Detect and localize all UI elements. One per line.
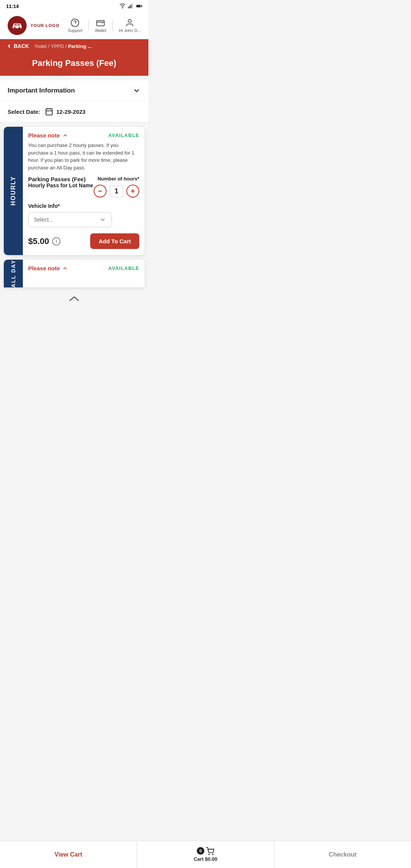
header-divider <box>88 20 89 31</box>
pass-name: Parking Passes (Fee) Hourly Pass for Lot… <box>28 176 94 188</box>
signal-icon <box>128 3 134 9</box>
svg-rect-6 <box>142 6 142 7</box>
support-button[interactable]: Support <box>68 18 83 33</box>
allday-pass-card: All Day Please note AVAILABLE <box>4 260 145 287</box>
select-date-area: Select Date: 12-29-2023 <box>0 101 148 122</box>
back-label: BACK <box>14 43 29 49</box>
wallet-icon <box>96 18 105 27</box>
hours-stepper: − 1 + <box>94 185 139 198</box>
svg-point-15 <box>128 19 131 22</box>
please-note-text: Please note <box>28 132 68 139</box>
breadcrumb-yodel[interactable]: Yodel <box>34 43 46 49</box>
card-type-label-allday: All Day <box>10 260 16 287</box>
bottom-bar-spacer <box>0 306 148 337</box>
view-cart-button[interactable]: View Cart <box>0 841 137 868</box>
cards-area: Hourly Please note AVAILABLE You can pur… <box>0 122 148 292</box>
increase-hours-button[interactable]: + <box>126 185 139 198</box>
svg-rect-2 <box>129 6 130 8</box>
logo-text: YOUR LOGO <box>30 23 59 28</box>
add-to-cart-button[interactable]: Add To Cart <box>90 233 139 249</box>
vehicle-select-placeholder: Select... <box>34 217 53 223</box>
please-note-text-allday: Please note <box>28 265 68 271</box>
car-logo-svg <box>10 18 25 33</box>
price-area: $5.00 i <box>28 236 61 246</box>
vehicle-info-label: Vehicle Info* <box>28 203 139 209</box>
support-label: Support <box>68 28 83 33</box>
status-time: 11:14 <box>6 3 19 9</box>
chevron-up-icon-allday <box>62 265 68 271</box>
svg-rect-16 <box>46 109 53 115</box>
svg-rect-9 <box>14 27 16 28</box>
svg-rect-4 <box>132 3 133 8</box>
svg-rect-10 <box>19 27 21 28</box>
wifi-icon <box>119 3 126 9</box>
availability-badge: AVAILABLE <box>108 132 139 138</box>
wallet-label: Wallet <box>95 28 106 33</box>
pass-price: $5.00 <box>28 236 49 246</box>
please-note-toggle-allday[interactable]: Please note AVAILABLE <box>28 265 139 271</box>
hours-value: 1 <box>110 185 123 197</box>
collapse-arrow[interactable] <box>0 292 148 306</box>
logo-area: YOUR LOGO <box>8 16 59 35</box>
svg-rect-3 <box>131 5 131 8</box>
hourly-pass-card: Hourly Please note AVAILABLE You can pur… <box>4 127 145 255</box>
calendar-icon <box>45 107 53 116</box>
question-circle-icon <box>70 18 80 27</box>
app-header: YOUR LOGO Support Wallet Hi John D... <box>0 12 148 39</box>
decrease-hours-button[interactable]: − <box>94 185 107 198</box>
logo-icon <box>8 16 27 35</box>
svg-point-0 <box>122 8 123 8</box>
selected-date: 12-29-2023 <box>56 108 86 115</box>
svg-rect-1 <box>128 6 129 8</box>
battery-icon <box>136 3 142 9</box>
card-side-label-hourly: Hourly <box>4 127 23 255</box>
header-divider-2 <box>113 20 113 31</box>
status-bar: 11:14 <box>0 0 148 12</box>
back-button[interactable]: BACK <box>6 43 29 49</box>
breadcrumb: BACK Yodel / YPFD / Parking ... <box>0 39 148 53</box>
page-title: Parking Passes (Fee) <box>6 58 142 68</box>
cart-summary[interactable]: 0 Cart $0.00 <box>137 841 148 868</box>
breadcrumb-path: Yodel / YPFD / Parking ... <box>34 43 91 49</box>
important-information-label: Important Information <box>8 87 75 94</box>
pass-details-row: Parking Passes (Fee) Hourly Pass for Lot… <box>28 176 139 198</box>
breadcrumb-current: Parking ... <box>68 43 92 49</box>
bottom-bar: View Cart 0 Cart $0.00 Checkout <box>0 841 148 868</box>
card-content-allday: Please note AVAILABLE <box>23 260 145 287</box>
availability-badge-allday: AVAILABLE <box>108 265 139 271</box>
breadcrumb-ypfd[interactable]: YPFD <box>51 43 64 49</box>
chevron-up-icon <box>62 132 68 139</box>
price-info-button[interactable]: i <box>52 237 61 246</box>
vehicle-select-dropdown[interactable]: Select... <box>28 212 112 227</box>
chevron-down-icon <box>132 86 141 95</box>
dropdown-chevron-icon <box>99 216 106 223</box>
header-actions: Support Wallet Hi John D... <box>68 18 141 33</box>
page-title-bar: Parking Passes (Fee) <box>0 53 148 76</box>
user-icon <box>125 18 134 27</box>
back-arrow-icon <box>6 43 12 49</box>
price-action-row: $5.00 i Add To Cart <box>28 233 139 249</box>
date-picker-button[interactable]: 12-29-2023 <box>45 107 86 116</box>
svg-rect-14 <box>97 21 104 26</box>
account-button[interactable]: Hi John D... <box>119 18 141 33</box>
hours-label: Number of hours* <box>97 176 139 182</box>
hours-control: Number of hours* − 1 + <box>94 176 139 198</box>
card-content-hourly: Please note AVAILABLE You can purchase 2… <box>23 127 145 255</box>
svg-rect-12 <box>18 24 20 26</box>
status-icons <box>119 3 142 9</box>
select-date-label: Select Date: <box>8 108 40 115</box>
card-type-label: Hourly <box>10 176 17 206</box>
account-label: Hi John D... <box>119 28 141 33</box>
important-information-toggle[interactable]: Important Information <box>0 80 148 101</box>
svg-rect-7 <box>137 5 140 7</box>
card-side-label-allday: All Day <box>4 260 23 287</box>
svg-rect-11 <box>14 24 17 26</box>
collapse-chevron-icon <box>68 295 80 303</box>
wallet-button[interactable]: Wallet <box>95 18 106 33</box>
note-description: You can purchase 2 hourly passes. If you… <box>28 142 139 171</box>
please-note-toggle[interactable]: Please note AVAILABLE <box>28 132 139 139</box>
